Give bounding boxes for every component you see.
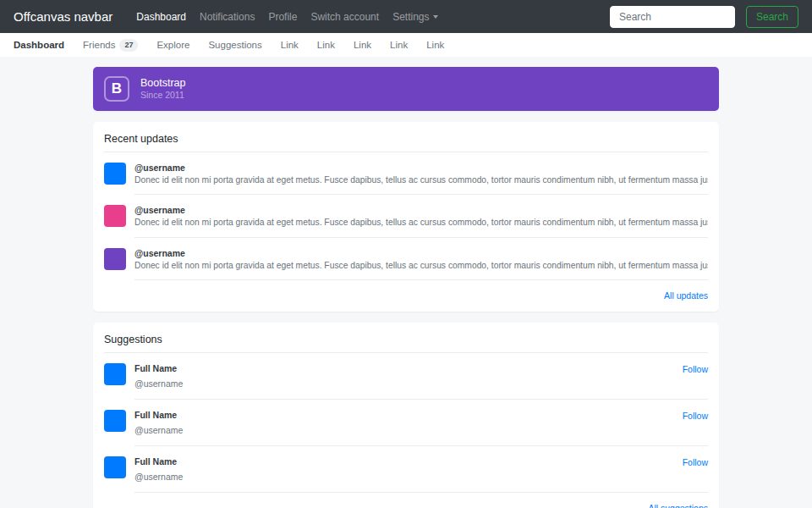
user-avatar [104, 205, 126, 227]
suggestion-names: Full Name @username [134, 363, 183, 390]
nav-item-dashboard[interactable]: Dashboard [129, 11, 193, 23]
suggestions-title: Suggestions [104, 334, 708, 353]
update-text: Donec id elit non mi porta gravida at eg… [134, 260, 708, 271]
nav-item-switch-account[interactable]: Switch account [304, 11, 386, 23]
secondary-nav: Dashboard Friends 27 Explore Suggestions… [0, 33, 812, 57]
all-updates-wrapper: All updates [104, 290, 708, 301]
follow-link[interactable]: Follow [683, 410, 708, 421]
update-body: @username Donec id elit non mi porta gra… [134, 248, 708, 280]
banner-text: Bootstrap Since 2011 [140, 77, 186, 102]
update-text: Donec id elit non mi porta gravida at eg… [134, 174, 708, 185]
suggestion-username: @username [134, 472, 183, 482]
follow-link[interactable]: Follow [683, 363, 708, 374]
user-avatar [104, 410, 126, 432]
subnav-item-link-4[interactable]: Link [381, 40, 417, 50]
suggestion-names: Full Name @username [134, 410, 183, 437]
banner-title: Bootstrap [140, 77, 186, 90]
top-navbar: Offcanvas navbar Dashboard Notifications… [0, 0, 812, 33]
update-body: @username Donec id elit non mi porta gra… [134, 205, 708, 237]
friends-count-badge: 27 [119, 39, 138, 52]
update-username: @username [134, 205, 708, 215]
suggestion-full-name: Full Name [134, 456, 183, 467]
nav-item-settings-label: Settings [392, 11, 429, 23]
update-item: @username Donec id elit non mi porta gra… [104, 152, 708, 195]
update-text: Donec id elit non mi porta gravida at eg… [134, 217, 708, 228]
subnav-item-suggestions[interactable]: Suggestions [199, 40, 271, 50]
recent-updates-title: Recent updates [104, 133, 708, 152]
subnav-item-link-3[interactable]: Link [344, 40, 381, 50]
suggestion-item: Full Name @username Follow [104, 446, 708, 493]
subnav-item-explore[interactable]: Explore [147, 40, 199, 50]
update-username: @username [134, 248, 708, 258]
bootstrap-banner: B Bootstrap Since 2011 [93, 67, 719, 111]
update-body: @username Donec id elit non mi porta gra… [134, 163, 708, 195]
caret-down-icon [433, 15, 438, 19]
nav-item-settings-dropdown[interactable]: Settings [386, 11, 445, 23]
suggestion-full-name: Full Name [134, 363, 183, 373]
user-avatar [104, 456, 126, 478]
suggestion-username: @username [134, 425, 183, 435]
nav-item-profile[interactable]: Profile [261, 11, 304, 23]
nav-item-notifications[interactable]: Notifications [193, 11, 261, 23]
suggestion-username: @username [134, 378, 183, 389]
subnav-item-friends-label: Friends [83, 40, 115, 50]
update-item: @username Donec id elit non mi porta gra… [104, 238, 708, 280]
update-username: @username [134, 163, 708, 173]
all-updates-link[interactable]: All updates [664, 290, 708, 301]
bootstrap-logo-icon: B [104, 76, 129, 102]
suggestion-content: Full Name @username Follow [134, 363, 708, 400]
search-button[interactable]: Search [746, 6, 798, 28]
follow-link[interactable]: Follow [683, 456, 708, 467]
subnav-item-link-1[interactable]: Link [272, 40, 308, 50]
suggestion-full-name: Full Name [134, 410, 183, 420]
suggestion-names: Full Name @username [134, 456, 183, 483]
suggestions-card: Suggestions Full Name @username Follow F… [93, 323, 719, 508]
navbar-brand[interactable]: Offcanvas navbar [14, 9, 112, 24]
recent-updates-card: Recent updates @username Donec id elit n… [93, 122, 719, 312]
banner-subtitle: Since 2011 [140, 90, 186, 102]
user-avatar [104, 248, 126, 270]
suggestion-item: Full Name @username Follow [104, 400, 708, 446]
subnav-item-link-2[interactable]: Link [308, 40, 344, 50]
suggestion-item: Full Name @username Follow [104, 353, 708, 400]
subnav-item-link-5[interactable]: Link [417, 40, 453, 50]
search-form: Search [610, 6, 798, 28]
subnav-item-friends[interactable]: Friends 27 [74, 39, 147, 52]
all-suggestions-link[interactable]: All suggestions [648, 503, 708, 508]
main-content: B Bootstrap Since 2011 Recent updates @u… [93, 67, 719, 508]
update-item: @username Donec id elit non mi porta gra… [104, 195, 708, 237]
suggestion-content: Full Name @username Follow [134, 410, 708, 446]
suggestion-content: Full Name @username Follow [134, 456, 708, 493]
user-avatar [104, 163, 126, 185]
subnav-item-dashboard[interactable]: Dashboard [14, 40, 74, 50]
user-avatar [104, 363, 126, 385]
navbar-links: Dashboard Notifications Profile Switch a… [129, 11, 445, 23]
all-suggestions-wrapper: All suggestions [104, 503, 708, 508]
search-input[interactable] [610, 6, 735, 28]
